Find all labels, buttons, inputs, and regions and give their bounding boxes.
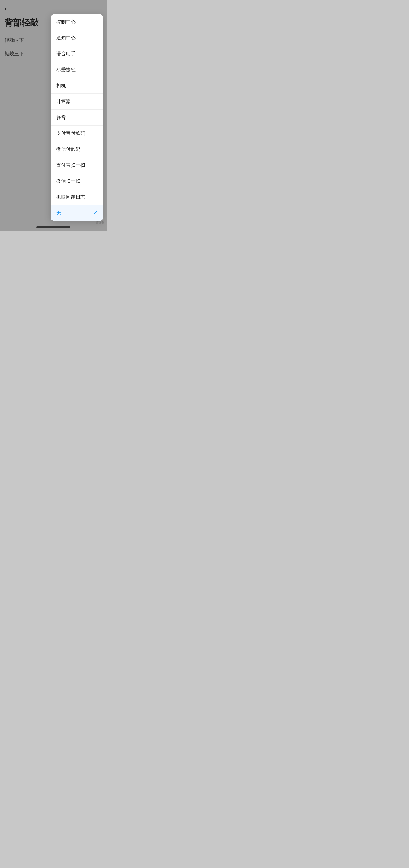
dropdown-item-none[interactable]: 无 ✓ — [51, 205, 103, 221]
dropdown-item-alipay-payment[interactable]: 支付宝付款码 — [51, 126, 103, 142]
dropdown-label-xiao-ai-shortcut: 小爱捷径 — [56, 66, 75, 73]
dropdown-label-alipay-payment: 支付宝付款码 — [56, 130, 85, 136]
dropdown-label-calculator: 计算器 — [56, 98, 71, 105]
dropdown-item-voice-assistant[interactable]: 语音助手 — [51, 46, 103, 62]
dropdown-label-control-center: 控制中心 — [56, 19, 75, 25]
watermark: 智在客 — [96, 220, 104, 224]
dropdown-item-mute[interactable]: 静音 — [51, 110, 103, 126]
dropdown-item-xiao-ai-shortcut[interactable]: 小爱捷径 — [51, 62, 103, 78]
dropdown-label-mute: 静音 — [56, 114, 66, 121]
dropdown-label-wechat-scan: 微信扫一扫 — [56, 178, 81, 184]
dropdown-label-voice-assistant: 语音助手 — [56, 51, 75, 57]
dropdown-panel: 控制中心 通知中心 语音助手 小爱捷径 相机 计算器 静音 支付宝付款码 微信付… — [51, 14, 103, 221]
dropdown-label-camera: 相机 — [56, 82, 66, 89]
dropdown-label-notification-center: 通知中心 — [56, 35, 75, 41]
dropdown-item-wechat-payment[interactable]: 微信付款码 — [51, 142, 103, 157]
dropdown-item-camera[interactable]: 相机 — [51, 78, 103, 94]
dropdown-item-alipay-scan[interactable]: 支付宝扫一扫 — [51, 157, 103, 173]
dropdown-item-calculator[interactable]: 计算器 — [51, 94, 103, 110]
dropdown-item-control-center[interactable]: 控制中心 — [51, 14, 103, 30]
dropdown-label-alipay-scan: 支付宝扫一扫 — [56, 162, 85, 168]
dropdown-item-capture-log[interactable]: 抓取问题日志 — [51, 189, 103, 205]
check-icon: ✓ — [93, 210, 97, 216]
home-indicator — [36, 226, 70, 228]
dropdown-label-none: 无 — [56, 210, 61, 216]
dropdown-label-wechat-payment: 微信付款码 — [56, 146, 81, 153]
dropdown-item-wechat-scan[interactable]: 微信扫一扫 — [51, 173, 103, 189]
dropdown-item-notification-center[interactable]: 通知中心 — [51, 30, 103, 46]
dropdown-label-capture-log: 抓取问题日志 — [56, 194, 85, 200]
